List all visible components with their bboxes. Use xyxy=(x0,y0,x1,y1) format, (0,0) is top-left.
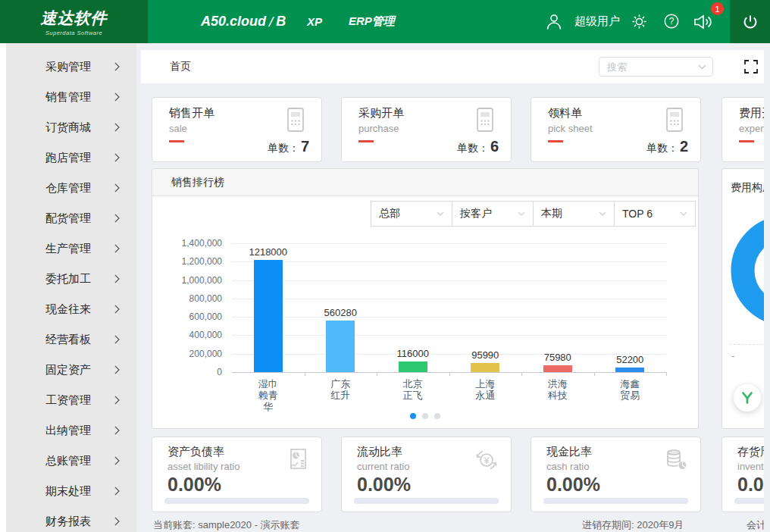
sidebar-item-distribution[interactable]: 配货管理 xyxy=(6,203,136,233)
card-title: 领料单 xyxy=(548,106,582,120)
card-title: 流动比率 xyxy=(357,445,402,459)
sidebar-item-general-ledger[interactable]: 总账管理 xyxy=(6,446,136,476)
chart-plot: 1218000560280116000959907598052200 xyxy=(232,243,666,372)
bar-value-label: 95990 xyxy=(449,349,522,361)
topbar: 首页 xyxy=(141,50,764,83)
sidebar-item-payroll[interactable]: 工资管理 xyxy=(6,385,136,415)
sidebar-item-fixed-assets[interactable]: 固定资产 xyxy=(6,355,136,385)
logout-button[interactable] xyxy=(730,0,770,43)
chevron-right-icon xyxy=(114,214,120,223)
ratio-card-current-ratio: 流动比率 current ratio 0.00% ¥ xyxy=(341,437,512,512)
fullscreen-icon[interactable] xyxy=(744,60,758,74)
sidebar-item-purchase[interactable]: 采购管理 xyxy=(6,52,136,82)
sidebar-item-financial-reports[interactable]: 财务报表 xyxy=(6,506,136,532)
category-label: 海鑫 贸易 xyxy=(594,378,667,401)
stat-card-purchase[interactable]: 采购开单 purchase 单数：6 xyxy=(341,97,512,162)
progress-bar xyxy=(354,498,499,504)
filter-by-customer-select[interactable]: 按客户 xyxy=(452,201,534,227)
superdata-float-button[interactable] xyxy=(734,384,761,412)
filter-period-select[interactable]: 本期 xyxy=(533,201,615,227)
speaker-icon[interactable] xyxy=(693,14,713,30)
sidebar-item-cashier[interactable]: 出纳管理 xyxy=(6,415,136,446)
chevron-down-icon xyxy=(518,211,525,216)
y-tick-label: 400,000 xyxy=(189,330,222,340)
ratio-card-asset-liability: 资产负债率 asset libility ratio 0.00% xyxy=(152,437,322,512)
chevron-right-icon xyxy=(114,92,120,102)
category-label: 上海 永通 xyxy=(449,378,522,401)
card-subtitle: asset libility ratio xyxy=(167,461,239,472)
sidebar-item-label: 工资管理 xyxy=(45,393,91,408)
metric-value: 6 xyxy=(490,138,499,155)
chart-bar-slot: 95990 xyxy=(449,243,522,372)
breadcrumb[interactable]: 首页 xyxy=(170,50,191,83)
card-subtitle: pick sheet xyxy=(548,123,593,134)
chevron-right-icon xyxy=(114,123,120,132)
carousel-dot[interactable] xyxy=(410,413,416,419)
panel-title: 费用构成 xyxy=(731,181,764,195)
card-title: 费用开支 xyxy=(739,106,764,120)
chevron-right-icon xyxy=(114,365,120,374)
chevron-right-icon xyxy=(114,274,120,283)
metric-label: 单数： xyxy=(646,142,678,154)
card-subtitle: inventory turnover ratio xyxy=(737,461,764,472)
card-metric: 单数：6 xyxy=(457,138,499,155)
chart-bar xyxy=(254,260,283,372)
y-tick-label: 200,000 xyxy=(189,349,222,359)
red-dash xyxy=(739,140,754,142)
stat-card-expenditure[interactable]: 费用开支 expenditure xyxy=(721,97,764,162)
search-field[interactable] xyxy=(607,61,698,73)
x-axis-tick xyxy=(449,372,450,376)
username-label[interactable]: 超级用户 xyxy=(574,0,620,43)
stat-card-sale[interactable]: 销售开单 sale 单数：7 xyxy=(152,97,322,162)
chart-bar xyxy=(399,361,427,372)
sidebar-item-cash-flow[interactable]: 现金往来 xyxy=(6,294,136,324)
divider xyxy=(730,344,764,345)
svg-text:?: ? xyxy=(669,16,675,27)
filter-value: 本期 xyxy=(541,207,562,221)
sidebar-item-label: 出纳管理 xyxy=(45,424,91,438)
sidebar-item-warehouse[interactable]: 仓库管理 xyxy=(6,173,136,203)
product-name: A50.cloud / B xyxy=(201,0,286,43)
help-icon[interactable]: ? xyxy=(663,13,680,30)
card-title: 存货周转率 xyxy=(737,445,764,459)
card-value: 0.00% xyxy=(357,474,411,496)
filter-org-select[interactable]: 总部 xyxy=(371,201,452,227)
settings-gear-icon[interactable] xyxy=(631,13,648,30)
module-label[interactable]: ERP管理 xyxy=(349,0,395,43)
carousel-dot[interactable] xyxy=(422,413,428,419)
notification-badge: 1 xyxy=(711,2,724,15)
x-axis-tick xyxy=(521,372,522,376)
x-axis-tick xyxy=(377,372,377,376)
sidebar-item-store-visit[interactable]: 跑店管理 xyxy=(6,142,136,173)
bar-value-label: 75980 xyxy=(521,352,594,363)
chevron-right-icon xyxy=(114,456,120,465)
product-divider: / xyxy=(269,14,273,30)
metric-label: 单数： xyxy=(268,142,299,154)
red-dash xyxy=(358,140,374,142)
chevron-down-icon xyxy=(680,211,687,216)
sidebar-item-outsourcing[interactable]: 委托加工 xyxy=(6,264,136,294)
user-icon[interactable] xyxy=(544,12,564,32)
filter-top-n-select[interactable]: TOP 6 xyxy=(614,201,696,227)
sidebar-item-period-end[interactable]: 期末处理 xyxy=(6,476,136,506)
chevron-right-icon xyxy=(114,487,120,496)
chevron-right-icon xyxy=(114,62,120,71)
sidebar-item-business-dashboard[interactable]: 经营看板 xyxy=(6,324,136,355)
chart-bar-slot: 52200 xyxy=(594,243,667,372)
search-input[interactable] xyxy=(599,57,713,77)
progress-bar xyxy=(543,498,688,504)
sidebar-item-order-mall[interactable]: 订货商城 xyxy=(6,112,136,142)
card-subtitle: expenditure xyxy=(739,123,764,134)
sidebar-item-sales[interactable]: 销售管理 xyxy=(6,82,136,112)
chart-filters: 总部 按客户 本期 TOP 6 xyxy=(371,201,696,227)
sidebar-item-production[interactable]: 生产管理 xyxy=(6,233,136,264)
chart-bar-slot: 1218000 xyxy=(232,243,305,372)
card-subtitle: current ratio xyxy=(357,461,409,472)
filter-value: 总部 xyxy=(379,207,400,221)
chart-bar xyxy=(326,321,355,372)
carousel-dot[interactable] xyxy=(434,413,440,419)
stat-card-pick-sheet[interactable]: 领料单 pick sheet 单数：2 xyxy=(531,97,701,162)
footer-accounting-period: 会计期间: 2020年9月 xyxy=(747,518,764,532)
calculator-icon xyxy=(661,106,688,133)
progress-bar xyxy=(734,498,764,504)
